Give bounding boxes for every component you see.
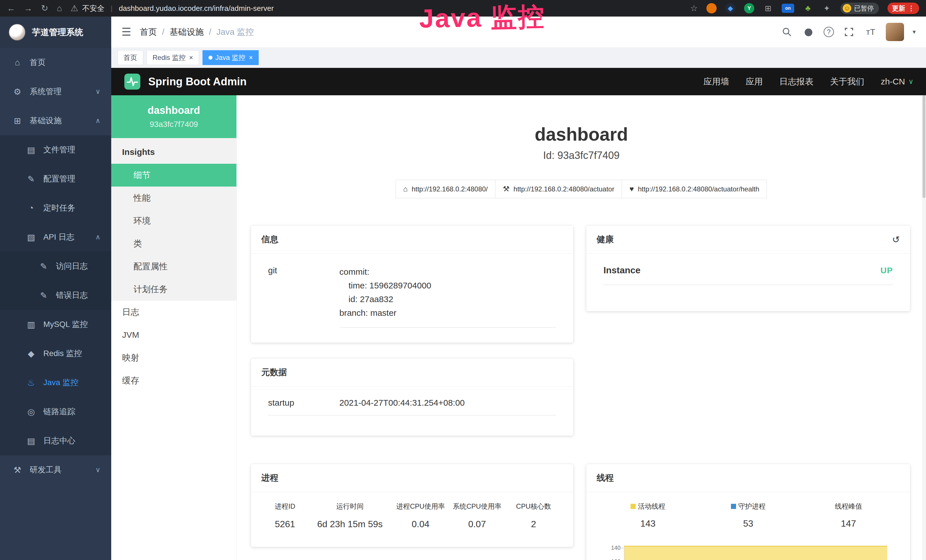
- help-icon[interactable]: ?: [824, 27, 834, 37]
- process-card-body: 进程ID5261运行时间6d 23h 15m 59s进程CPU使用率0.04系统…: [251, 492, 573, 539]
- threads-legend-item: 守护进程53: [698, 502, 799, 529]
- threads-legend-label: 守护进程: [698, 502, 799, 511]
- sba-nav-应用[interactable]: 应用: [746, 76, 763, 88]
- close-icon[interactable]: ×: [249, 54, 253, 62]
- sidebar-item-api-logs[interactable]: ▧API 日志∧: [0, 222, 111, 251]
- extension-drop-icon[interactable]: ◆: [725, 3, 735, 14]
- extension-on-badge[interactable]: on: [782, 4, 794, 13]
- sidebar-item-log-center[interactable]: ▤日志中心: [0, 426, 111, 455]
- sba-sidebar-item-日志[interactable]: 日志: [111, 301, 236, 324]
- sba-frame: Spring Boot Admin 应用墙应用日志报表关于我们zh-CN∨ da…: [111, 68, 926, 560]
- legend-text: 活动线程: [638, 502, 665, 511]
- threads-card-title: 线程: [597, 472, 614, 484]
- paused-badge[interactable]: ☺ 已暂停: [840, 3, 879, 14]
- font-size-icon[interactable]: тT: [864, 27, 877, 37]
- extension-fox-icon[interactable]: [707, 3, 717, 14]
- extension-grid-icon[interactable]: ⊞: [763, 3, 773, 14]
- config-icon: ✎: [26, 174, 36, 184]
- heart-icon: ♥: [629, 185, 634, 194]
- sba-sidebar-item-类[interactable]: 类: [111, 232, 236, 255]
- github-icon[interactable]: [802, 27, 815, 37]
- home-icon[interactable]: ⌂: [57, 4, 62, 12]
- health-card-body: Instance UP: [586, 254, 910, 297]
- sba-nav-关于我们[interactable]: 关于我们: [830, 76, 864, 88]
- back-icon[interactable]: ←: [7, 4, 15, 12]
- sidebar-item-label: 文件管理: [43, 144, 75, 155]
- home-icon: ⌂: [12, 58, 23, 67]
- scrollbar[interactable]: [922, 95, 926, 560]
- search-icon[interactable]: [780, 27, 793, 37]
- tab-Java 监控[interactable]: Java 监控×: [203, 50, 259, 65]
- sba-app-block[interactable]: dashboard 93a3fc7f7409: [111, 95, 236, 138]
- sidebar-item-dev-tools[interactable]: ⚒研发工具∨: [0, 455, 111, 484]
- sidebar-item-trace[interactable]: ◎链路追踪: [0, 397, 111, 426]
- sba-sidebar-item-配置属性[interactable]: 配置属性: [111, 255, 236, 278]
- instance-link[interactable]: ⌂http://192.168.0.2:48080/: [396, 180, 496, 198]
- app-sidebar: 芋道管理系统 ⌂首页⚙系统管理∨⊞基础设施∧▤文件管理✎配置管理◔定时任务▧AP…: [0, 17, 111, 560]
- sba-sidebar-item-计划任务[interactable]: 计划任务: [111, 278, 236, 301]
- process-metric-value: 5261: [262, 519, 307, 530]
- sidebar-item-access-logs[interactable]: ✎访问日志: [0, 251, 111, 281]
- sidebar-item-infrastructure[interactable]: ⊞基础设施∧: [0, 106, 111, 135]
- metadata-key: startup: [268, 398, 339, 408]
- hamburger-icon[interactable]: ☰: [121, 26, 131, 38]
- sba-sidebar-item-性能[interactable]: 性能: [111, 186, 236, 209]
- breadcrumb-item[interactable]: 首页: [140, 26, 157, 38]
- breadcrumb-item[interactable]: 基础设施: [169, 26, 204, 38]
- user-avatar[interactable]: [886, 23, 904, 41]
- fullscreen-icon[interactable]: [843, 27, 856, 37]
- sba-sidebar-item-缓存[interactable]: 缓存: [111, 369, 236, 392]
- process-metric: 运行时间6d 23h 15m 59s: [307, 502, 392, 530]
- sba-sidebar-item-映射[interactable]: 映射: [111, 346, 236, 369]
- smiley-icon: ☺: [843, 4, 851, 12]
- address-bar[interactable]: ⚠ 不安全 | dashboard.yudao.iocoder.cn/infra…: [70, 3, 274, 14]
- sidebar-item-java-monitor[interactable]: ♨Java 监控: [0, 368, 111, 397]
- tab-label: 首页: [124, 53, 137, 62]
- sidebar-item-home[interactable]: ⌂首页: [0, 48, 111, 77]
- security-warning: 不安全: [82, 3, 104, 14]
- url-text[interactable]: dashboard.yudao.iocoder.cn/infra/admin-s…: [119, 4, 274, 13]
- y-tick-label: 120: [598, 558, 620, 560]
- caret-down-icon[interactable]: ▾: [912, 28, 916, 36]
- sba-nav-zh-CN[interactable]: zh-CN∨: [881, 77, 914, 86]
- update-button[interactable]: 更新 ⋮: [888, 3, 919, 14]
- sidebar-item-system-management[interactable]: ⚙系统管理∨: [0, 77, 111, 106]
- scrollbar-thumb[interactable]: [923, 95, 925, 198]
- extension-leaf-icon[interactable]: ♣: [803, 3, 813, 14]
- forward-icon[interactable]: →: [24, 4, 33, 12]
- nav-label: 日志报表: [779, 76, 813, 88]
- sidebar-item-error-logs[interactable]: ✎错误日志: [0, 281, 111, 310]
- sba-sidebar-item-细节[interactable]: 细节: [111, 164, 236, 186]
- extension-y-icon[interactable]: Y: [744, 3, 754, 14]
- sba-nav: 应用墙应用日志报表关于我们zh-CN∨: [703, 76, 914, 88]
- sidebar-item-mysql-monitor[interactable]: ▥MySQL 监控: [0, 310, 111, 339]
- history-icon[interactable]: ↺: [892, 234, 900, 245]
- sba-sidebar-item-环境[interactable]: 环境: [111, 209, 236, 232]
- wrench-icon: ⚒: [503, 185, 509, 194]
- close-icon[interactable]: ×: [189, 54, 193, 62]
- chevron-down-icon: ∨: [95, 466, 100, 474]
- sidebar-item-scheduled-tasks[interactable]: ◔定时任务: [0, 194, 111, 222]
- process-metric-value: 0.04: [392, 519, 449, 530]
- instance-link[interactable]: ♥http://192.168.0.2:48080/actuator/healt…: [622, 180, 767, 198]
- menu-dots-icon[interactable]: ⋮: [908, 5, 915, 12]
- tab-Redis 监控[interactable]: Redis 监控×: [147, 50, 199, 65]
- sba-sidebar-item-JVM[interactable]: JVM: [111, 324, 236, 346]
- sidebar-item-file-management[interactable]: ▤文件管理: [0, 135, 111, 164]
- extension-puzzle-icon[interactable]: ✦: [822, 3, 832, 14]
- breadcrumb: 首页/基础设施/Java 监控: [140, 26, 254, 38]
- sidebar-item-label: 配置管理: [43, 173, 75, 184]
- sba-nav-日志报表[interactable]: 日志报表: [779, 76, 813, 88]
- instance-label: Instance: [604, 265, 640, 275]
- gear-icon: ⚙: [12, 87, 23, 97]
- star-icon[interactable]: ☆: [690, 4, 698, 12]
- sidebar-item-redis-monitor[interactable]: ◆Redis 监控: [0, 339, 111, 368]
- sidebar-item-config-management[interactable]: ✎配置管理: [0, 164, 111, 194]
- tab-首页[interactable]: 首页: [118, 50, 143, 65]
- reload-icon[interactable]: ↻: [41, 4, 48, 12]
- info-value-line: time: 1596289704000: [339, 279, 556, 292]
- sba-app-id: 93a3fc7f7409: [150, 120, 198, 129]
- sba-nav-应用墙[interactable]: 应用墙: [703, 76, 729, 88]
- instance-link[interactable]: ⚒http://192.168.0.2:48080/actuator: [495, 180, 622, 198]
- main-column: ☰ 首页/基础设施/Java 监控 ? тT ▾ 首页Redis 监控×Java…: [111, 17, 926, 560]
